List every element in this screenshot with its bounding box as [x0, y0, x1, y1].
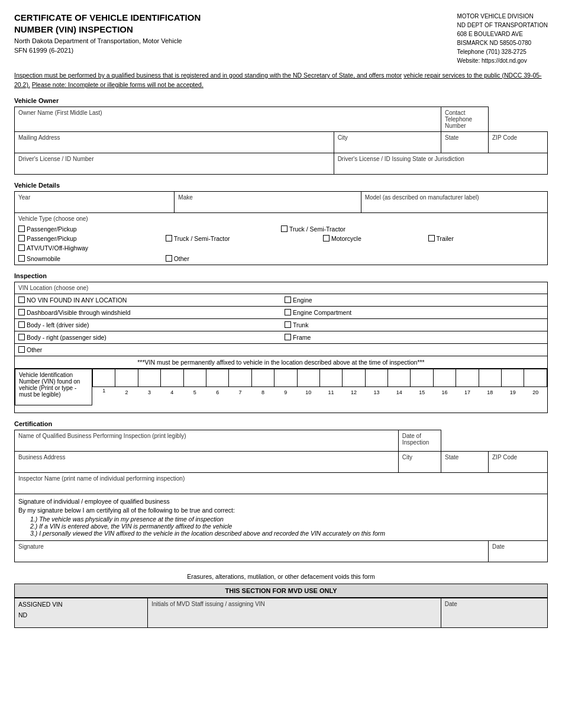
vin-loc-left-2: Dashboard/Visible through windshield: [15, 306, 282, 318]
vin-grid-row: Vehicle Identification Number (VIN) foun…: [15, 368, 548, 413]
vin-box-11[interactable]: [319, 369, 342, 387]
vin-box-17[interactable]: [456, 369, 479, 387]
vehicle-details-table: Year Make Model (as described on manufac…: [14, 191, 548, 265]
cert-date-cell: Date: [489, 540, 548, 562]
assigned-vin-cell: ASSIGNED VIN ND: [15, 598, 148, 627]
checkbox-body-right[interactable]: [18, 334, 25, 340]
checkbox-engine-compartment[interactable]: [285, 309, 291, 315]
vin-box-6[interactable]: [206, 369, 228, 387]
vehicle-details-title: Vehicle Details: [14, 182, 548, 189]
inspection-table: VIN Location (choose one) NO VIN FOUND I…: [14, 282, 548, 413]
vin-field-label-cell: Vehicle Identification Number (VIN) foun…: [15, 369, 92, 405]
checkbox-body-left[interactable]: [18, 321, 25, 328]
vin-other-row: Other: [15, 343, 548, 356]
vin-box-5[interactable]: [183, 369, 206, 387]
make-cell: Make: [175, 191, 361, 212]
vin-box-12[interactable]: [343, 369, 365, 387]
vin-grid-container: Vehicle Identification Number (VIN) foun…: [15, 368, 548, 413]
erasure-note: Erasures, alterations, mutilation, or ot…: [14, 569, 548, 584]
vin-box-1[interactable]: [93, 369, 115, 387]
checkbox-passenger2[interactable]: [18, 235, 25, 241]
business-address-cell: Business Address: [15, 451, 399, 472]
vin-box-9[interactable]: [274, 369, 297, 387]
mvd-table: ASSIGNED VIN ND Initials of MVD Staff is…: [14, 598, 548, 628]
vin-location-header: VIN Location (choose one): [15, 282, 548, 294]
cert-line4: 3.) I personally viewed the VIN affixed …: [18, 530, 544, 537]
checkbox-other-vehicle[interactable]: [166, 255, 172, 262]
checkbox-engine[interactable]: [285, 297, 291, 303]
vin-loc-left-4: Body - right (passenger side): [15, 331, 282, 343]
checkbox-trailer[interactable]: [428, 235, 435, 241]
initials-cell: Initials of MVD Staff issuing / assignin…: [148, 598, 441, 627]
inspection-title: Inspection: [14, 272, 548, 279]
label-other-loc: Other: [27, 346, 42, 353]
label-frame: Frame: [293, 334, 311, 341]
cert-city-cell: City: [398, 451, 441, 472]
checkbox-dashboard[interactable]: [18, 309, 25, 315]
label-truck: Truck / Semi-Tractor: [289, 226, 345, 233]
checkbox-trunk[interactable]: [285, 321, 291, 328]
vin-box-7[interactable]: [229, 369, 251, 387]
vin-numbers-row: 1 2 3 4 5 6 7 8 9 10 11: [93, 387, 547, 398]
mvd-section-title: THIS SECTION FOR MVD USE ONLY: [14, 584, 548, 598]
vin-box-2[interactable]: [115, 369, 138, 387]
vin-box-10[interactable]: [297, 369, 319, 387]
checkbox-truck2[interactable]: [166, 235, 172, 241]
vin-boxes-table: 1 2 3 4 5 6 7 8 9 10 11: [92, 369, 547, 398]
checkbox-passenger[interactable]: [18, 226, 25, 232]
label-atv: ATV/UTV/Off-Highway: [27, 244, 88, 252]
checkbox-motorcycle[interactable]: [323, 235, 330, 241]
dl-issuing-cell: Driver's License / ID Issuing State or J…: [334, 153, 547, 174]
vehicle-owner-title: Vehicle Owner: [14, 97, 548, 104]
signature-cell: Signature: [15, 540, 489, 562]
owner-name-cell: Owner Name (First Middle Last): [15, 107, 441, 131]
vin-loc-right-1: Engine: [281, 294, 548, 306]
label-trailer: Trailer: [437, 235, 454, 242]
signature-block-cell: Signature of individual / employee of qu…: [15, 494, 548, 540]
label-passenger2: Passenger/Pickup: [27, 235, 77, 242]
certification-table: Name of Qualified Business Performing In…: [14, 430, 548, 562]
vin-loc-right-4: Frame: [281, 331, 548, 343]
label-engine-compartment: Engine Compartment: [293, 309, 351, 316]
vin-box-16[interactable]: [433, 369, 456, 387]
header-left: CERTIFICATE OF VEHICLE IDENTIFICATION NU…: [14, 12, 201, 65]
checkbox-no-vin[interactable]: [18, 297, 25, 303]
checkbox-atv[interactable]: [18, 244, 25, 251]
intro-paragraph: Inspection must be performed by a qualif…: [14, 71, 548, 90]
mailing-address-cell: Mailing Address: [15, 131, 334, 153]
business-name-cell: Name of Qualified Business Performing In…: [15, 430, 399, 451]
vehicle-owner-table: Owner Name (First Middle Last) Contact T…: [14, 107, 548, 175]
vin-box-18[interactable]: [479, 369, 501, 387]
vin-box-20[interactable]: [524, 369, 547, 387]
state-cell: State: [441, 131, 489, 153]
assigned-vin-value: ND: [18, 611, 144, 619]
vin-box-4[interactable]: [161, 369, 183, 387]
vin-boxes-cell: 1 2 3 4 5 6 7 8 9 10 11: [92, 369, 548, 405]
vin-box-13[interactable]: [365, 369, 387, 387]
label-truck2: Truck / Semi-Tractor: [174, 235, 230, 242]
vehicle-type-cell: Vehicle Type (choose one) Passenger/Pick…: [15, 212, 548, 265]
certification-title: Certification: [14, 420, 548, 427]
cert-zip-cell: ZIP Code: [489, 451, 548, 472]
vin-box-19[interactable]: [502, 369, 524, 387]
page-header: CERTIFICATE OF VEHICLE IDENTIFICATION NU…: [14, 12, 548, 65]
checkbox-truck[interactable]: [281, 226, 288, 232]
vin-loc-right-3: Trunk: [281, 318, 548, 331]
vin-box-14[interactable]: [388, 369, 411, 387]
label-engine: Engine: [293, 297, 312, 304]
vin-box-8[interactable]: [251, 369, 274, 387]
vin-box-15[interactable]: [411, 369, 433, 387]
model-cell: Model (as described on manufacturer labe…: [361, 191, 547, 212]
header-right: MOTOR VEHICLE DIVISION ND DEPT OF TRANSP…: [457, 12, 548, 65]
city-cell: City: [334, 131, 441, 153]
mvd-date-cell: Date: [441, 598, 547, 627]
form-title: CERTIFICATE OF VEHICLE IDENTIFICATION NU…: [14, 12, 201, 35]
checkbox-frame[interactable]: [285, 334, 291, 340]
label-snowmobile: Snowmobile: [27, 255, 60, 262]
vin-loc-left-1: NO VIN FOUND IN ANY LOCATION: [15, 294, 282, 306]
vin-box-3[interactable]: [138, 369, 160, 387]
vin-loc-left-3: Body - left (driver side): [15, 318, 282, 331]
vin-inner-table: Vehicle Identification Number (VIN) foun…: [15, 369, 547, 405]
checkbox-other-loc[interactable]: [18, 346, 25, 353]
checkbox-snowmobile[interactable]: [18, 255, 25, 262]
